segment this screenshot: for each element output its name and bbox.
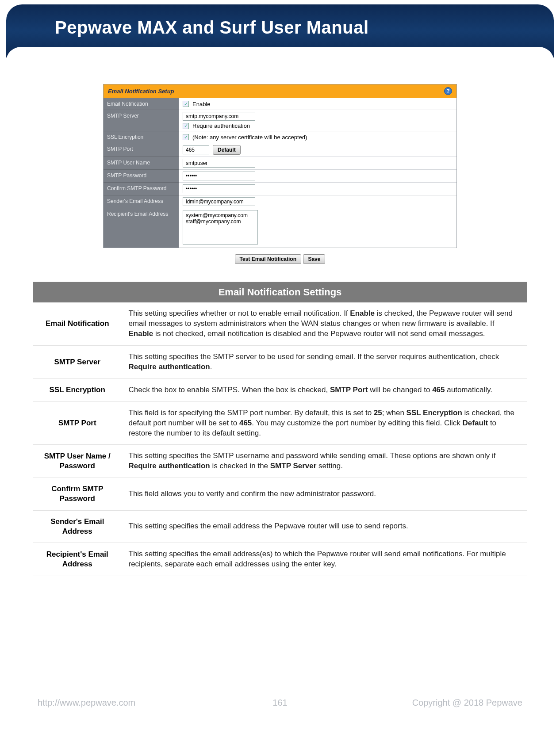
smtp-user-input[interactable] [183,159,255,168]
setting-description: This setting specifies the email address… [122,543,527,576]
setting-description: Check the box to enable SMTPS. When the … [122,378,527,401]
table-row: Sender's Email AddressThis setting speci… [33,510,527,543]
panel-title: Email Notification Setup [108,88,174,95]
row-label: SMTP Password [104,169,179,182]
header-band: Pepwave MAX and Surf User Manual [6,4,554,57]
test-email-button[interactable]: Test Email Notification [235,254,301,264]
default-button[interactable]: Default [213,145,241,155]
setting-description: This field allows you to verify and conf… [122,478,527,510]
table-row: Email NotificationThis setting specifies… [33,302,527,345]
help-icon[interactable]: ? [444,87,452,95]
footer-copyright: Copyright @ 2018 Pepwave [412,698,522,708]
require-auth-checkbox[interactable]: ✓ [183,123,189,129]
table-row: Confirm SMTP PasswordThis field allows y… [33,478,527,510]
setting-description: This field is for specifying the SMTP po… [122,401,527,445]
row-label: Email Notification [104,98,179,110]
table-row: SMTP User Name / PasswordThis setting sp… [33,445,527,478]
table-row: SMTP PortThis field is for specifying th… [33,401,527,445]
setting-description: This setting specifies the SMTP username… [122,445,527,478]
settings-title: Email Notification Settings [33,282,527,303]
page: Pepwave MAX and Surf User Manual Email N… [0,0,560,730]
ssl-note: (Note: any server certificate will be ac… [192,134,307,141]
row-label: SSL Encryption [104,131,179,143]
table-row: SSL EncryptionCheck the box to enable SM… [33,378,527,401]
row-label: Sender's Email Address [104,195,179,208]
row-label: Confirm SMTP Password [104,182,179,195]
row-label: Recipient's Email Address [104,208,179,248]
setting-description: This setting specifies whether or not to… [122,302,527,345]
footer: http://www.pepwave.com 161 Copyright @ 2… [38,698,522,708]
action-buttons: Test Email Notification Save [33,254,527,264]
smtp-pass-input[interactable] [183,172,255,180]
smtp-server-input[interactable] [183,112,255,121]
ssl-checkbox[interactable]: ✓ [183,134,189,140]
content-area: Email Notification Setup ? Email Notific… [6,71,554,576]
smtp-port-input[interactable] [183,145,209,154]
setting-name: Confirm SMTP Password [33,478,122,510]
setting-description: This setting specifies the SMTP server t… [122,345,527,378]
setting-name: Email Notification [33,302,122,345]
confirm-pass-input[interactable] [183,184,255,193]
table-row: Recipient's Email AddressThis setting sp… [33,543,527,576]
row-label: SMTP User Name [104,157,179,169]
enable-label: Enable [192,101,210,107]
enable-checkbox[interactable]: ✓ [183,101,189,107]
row-label: SMTP Port [104,143,179,157]
setting-name: SMTP Port [33,401,122,445]
recipient-textarea[interactable] [183,210,258,245]
footer-url: http://www.pepwave.com [38,698,135,708]
sender-input[interactable] [183,197,255,206]
setting-name: SMTP User Name / Password [33,445,122,478]
panel-header: Email Notification Setup ? [104,84,456,98]
save-button[interactable]: Save [303,254,325,264]
notification-setup-panel: Email Notification Setup ? Email Notific… [103,84,457,248]
setting-name: Sender's Email Address [33,510,122,543]
document-title: Pepwave MAX and Surf User Manual [28,18,532,38]
setting-description: This setting specifies the email address… [122,510,527,543]
page-number: 161 [272,698,287,708]
require-auth-label: Require authentication [192,122,250,129]
setting-name: SMTP Server [33,345,122,378]
row-label: SMTP Server [104,110,179,131]
settings-table: Email Notification Settings Email Notifi… [33,282,527,576]
table-row: SMTP ServerThis setting specifies the SM… [33,345,527,378]
setting-name: SSL Encryption [33,378,122,401]
setting-name: Recipient's Email Address [33,543,122,576]
